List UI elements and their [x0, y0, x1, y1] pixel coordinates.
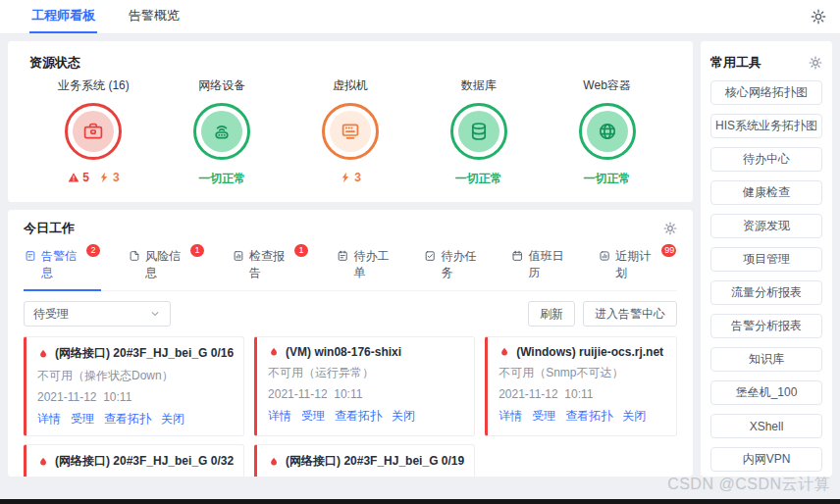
tool-button-3[interactable]: 健康检查: [710, 180, 822, 205]
duty-calendar-icon: [511, 248, 523, 262]
tab-badge: 1: [294, 244, 308, 257]
resource-status-ring: [322, 103, 379, 160]
tab-badge: 99: [661, 244, 676, 257]
status-segment: 3: [98, 171, 120, 184]
topbar-tab-1[interactable]: 告警概览: [127, 0, 182, 33]
tool-button-8[interactable]: 知识库: [710, 347, 822, 372]
resource-status-ring: [65, 103, 122, 160]
resource-status-label: Web容器: [583, 77, 630, 94]
resource-status-label: 数据库: [461, 77, 497, 94]
bottom-strip: [0, 499, 840, 504]
work-tab-1[interactable]: 风险信息 1: [128, 246, 205, 291]
resource-status-ring: [450, 103, 507, 160]
tools-list: 核心网络拓扑图HIS系统业务拓扑图待办中心健康检查资源发现项目管理流量分析报表告…: [710, 72, 822, 472]
alert-action-link[interactable]: 查看拓扑: [104, 411, 151, 428]
tool-button-1[interactable]: HIS系统业务拓扑图: [710, 114, 822, 138]
alert-action-link[interactable]: 关闭: [622, 408, 646, 425]
resource-status-label: 虚拟机: [333, 77, 368, 94]
globe-icon: [596, 120, 619, 143]
resource-status-label: 网络设备: [198, 77, 245, 94]
resource-status-panel: 资源状态 业务系统 (16) 53 网络设备 一切正常 虚拟机 3 数据库 一切…: [8, 41, 693, 202]
alert-status-filter-select[interactable]: 待受理: [24, 301, 171, 327]
alert-description: 不可用（操作状态Down）: [37, 368, 234, 384]
alert-action-link[interactable]: 受理: [71, 411, 94, 428]
flame-icon: [37, 456, 49, 468]
work-tab-3[interactable]: 待办工单: [336, 246, 396, 291]
tool-button-7[interactable]: 告警分析报表: [710, 314, 822, 338]
alert-description: 不可用（操作状态Down）: [37, 476, 234, 477]
settings-gear-icon[interactable]: [811, 9, 826, 25]
resource-status-item: 网络设备 一切正常: [161, 77, 283, 187]
alert-card-4: (网络接口) 20#3F_HJ_bei_G 0/19 不可用（操作状态Down）…: [254, 444, 475, 477]
today-work-gear-icon[interactable]: [663, 222, 677, 235]
resource-status-value: 3: [337, 171, 364, 184]
alert-timestamp: 2021-11-12 10:11: [268, 387, 464, 401]
alert-action-link[interactable]: 受理: [301, 408, 325, 425]
resource-status-item: 业务系统 (16) 53: [32, 77, 154, 187]
today-work-tabs: 告警信息 2 风险信息 1 检查报告 1 待办工单 待办任务 值班日历 近期计划…: [24, 246, 677, 291]
bolt-icon: [340, 172, 351, 183]
risk-file-icon: [129, 248, 140, 262]
work-tab-5[interactable]: 值班日历: [510, 246, 571, 291]
tool-button-10[interactable]: XShell: [710, 414, 822, 438]
database-icon: [467, 120, 491, 143]
tool-button-0[interactable]: 核心网络拓扑图: [710, 80, 822, 105]
alert-card-1: (VM) win08-176-shixi 不可用（运行异常） 2021-11-1…: [254, 336, 475, 436]
work-order-icon: [337, 248, 348, 262]
resource-status-label: 业务系统 (16): [58, 77, 130, 94]
alert-action-link[interactable]: 受理: [532, 408, 555, 425]
tool-button-5[interactable]: 项目管理: [710, 247, 822, 272]
resource-status-value: 一切正常: [581, 171, 634, 187]
alert-action-link[interactable]: 关闭: [161, 411, 184, 428]
work-tab-2[interactable]: 检查报告 1: [232, 246, 309, 291]
tool-button-4[interactable]: 资源发现: [710, 214, 822, 238]
enter-alert-center-button[interactable]: 进入告警中心: [583, 301, 677, 327]
flame-icon: [37, 348, 49, 360]
alert-action-link[interactable]: 详情: [268, 408, 291, 425]
tools-panel: 常用工具 核心网络拓扑图HIS系统业务拓扑图待办中心健康检查资源发现项目管理流量…: [701, 41, 832, 477]
engineer-dashboard-page: 工程师看板告警概览 资源状态 业务系统 (16) 53 网络设备 一切正常 虚拟…: [0, 0, 840, 504]
alert-card-2: (Windows) ruijie-ocs.rj.net 不可用（Snmp不可达）…: [485, 336, 677, 436]
topbar: 工程师看板告警概览: [0, 0, 840, 33]
alert-title: (网络接口) 20#3F_HJ_bei_G 0/19: [286, 453, 464, 470]
tool-button-9[interactable]: 堡垒机_100: [710, 380, 822, 405]
alert-action-link[interactable]: 查看拓扑: [335, 408, 382, 425]
briefcase-icon: [81, 120, 105, 143]
alert-description: 不可用（Snmp不可达）: [499, 365, 666, 381]
resource-status-item: 数据库 一切正常: [418, 77, 540, 187]
tools-gear-icon[interactable]: [809, 56, 822, 70]
refresh-button[interactable]: 刷新: [528, 301, 575, 327]
csdn-watermark: CSDN @CSDN云计算: [667, 475, 830, 495]
alert-card-3: (网络接口) 20#3F_HJ_bei_G 0/32 不可用（操作状态Down）…: [24, 444, 244, 477]
work-tab-4[interactable]: 待办任务: [423, 246, 484, 291]
status-segment: 一切正常: [198, 171, 245, 187]
alert-action-link[interactable]: 详情: [499, 408, 522, 425]
status-segment: 3: [340, 171, 361, 184]
status-segment: 一切正常: [455, 171, 502, 187]
work-tab-6[interactable]: 近期计划 99: [598, 246, 677, 291]
flame-icon: [268, 346, 280, 358]
alert-description: 不可用（操作状态Down）: [268, 476, 464, 477]
resource-status-value: 53: [65, 171, 122, 184]
resource-status-value: 一切正常: [452, 171, 505, 187]
alert-action-link[interactable]: 查看拓扑: [565, 408, 612, 425]
alert-action-link[interactable]: 详情: [37, 411, 61, 428]
virtual-machine-icon: [339, 120, 362, 143]
left-column: 资源状态 业务系统 (16) 53 网络设备 一切正常 虚拟机 3 数据库 一切…: [8, 41, 693, 477]
plan-chart-icon: [599, 248, 610, 262]
tool-button-11[interactable]: 内网VPN: [710, 447, 822, 472]
status-segment: 5: [68, 171, 89, 184]
tool-button-6[interactable]: 流量分析报表: [710, 280, 822, 305]
topbar-tabs: 工程师看板告警概览: [29, 0, 182, 33]
tool-button-2[interactable]: 待办中心: [710, 147, 822, 172]
topbar-tab-0[interactable]: 工程师看板: [29, 0, 97, 33]
alert-actions: 详情受理查看拓扑关闭: [499, 408, 666, 425]
status-segment: 一切正常: [584, 171, 631, 187]
alarm-file-icon: [25, 248, 36, 262]
alert-description: 不可用（运行异常）: [268, 365, 464, 381]
alert-triangle-icon: [68, 172, 79, 183]
alert-action-link[interactable]: 关闭: [392, 408, 415, 425]
resource-status-title: 资源状态: [29, 54, 671, 72]
work-tab-0[interactable]: 告警信息 2: [24, 246, 101, 291]
flame-icon: [268, 456, 280, 468]
